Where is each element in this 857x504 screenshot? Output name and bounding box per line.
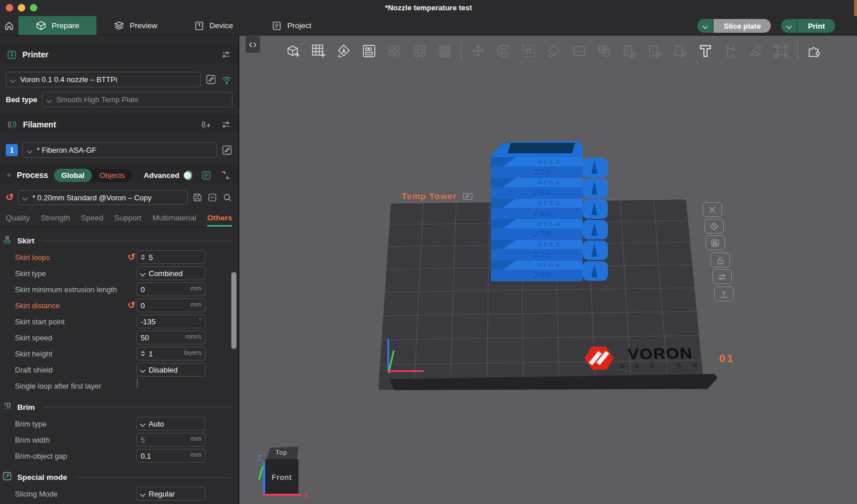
gizmo-front-face[interactable]: Front bbox=[265, 459, 298, 495]
process-tab-multimaterial[interactable]: Multimaterial bbox=[152, 214, 196, 225]
process-tab-strength[interactable]: Strength bbox=[41, 214, 70, 225]
select-skirt-type[interactable]: Combined bbox=[137, 266, 205, 280]
spinner-arrows[interactable] bbox=[141, 254, 145, 260]
move-icon[interactable] bbox=[469, 42, 487, 60]
rotate-icon[interactable] bbox=[494, 42, 512, 60]
edit-printer-icon[interactable] bbox=[205, 74, 216, 85]
orientation-gizmo[interactable]: Top Front Z X bbox=[259, 443, 311, 503]
tab-project[interactable]: Project bbox=[253, 16, 331, 35]
cut-icon[interactable] bbox=[570, 42, 588, 60]
setting-label: Slicing Mode bbox=[15, 490, 126, 498]
assembly-icon[interactable] bbox=[747, 42, 765, 60]
process-preset-select[interactable]: * 0.20mm Standard @Voron – Copy bbox=[18, 190, 188, 205]
printer-settings-icon[interactable] bbox=[221, 49, 231, 60]
add-plate-icon[interactable] bbox=[309, 42, 327, 60]
save-preset-icon[interactable] bbox=[192, 192, 203, 203]
chevron-down-icon bbox=[141, 367, 145, 372]
tab-device[interactable]: Device bbox=[174, 16, 253, 35]
scope-objects-button[interactable]: Objects bbox=[92, 171, 132, 180]
printer-preset-select[interactable]: Voron 0.1 0.4 nozzle – BTTPi bbox=[6, 72, 201, 87]
setting-value: 1 bbox=[149, 350, 153, 358]
scrollbar-thumb[interactable] bbox=[231, 272, 236, 349]
split-to-parts-icon[interactable] bbox=[410, 42, 428, 60]
auto-orient-icon[interactable] bbox=[335, 42, 352, 60]
setting-row-skirt-loops: Skirt loops↺5 bbox=[0, 249, 238, 265]
reset-process-preset-icon[interactable]: ↺ bbox=[6, 193, 13, 202]
add-object-icon[interactable] bbox=[284, 42, 302, 60]
setting-row-brim-object-gap: Brim-object gap0.1mm bbox=[0, 448, 238, 464]
reset-value-icon[interactable]: ↺ bbox=[127, 252, 135, 262]
home-button[interactable] bbox=[0, 16, 18, 35]
advanced-toggle[interactable] bbox=[185, 170, 192, 180]
add-filament-icon[interactable] bbox=[200, 119, 212, 130]
tower-brand-text: orca bbox=[537, 241, 561, 249]
arrange-icon[interactable] bbox=[360, 42, 378, 60]
bed-type-select[interactable]: Smooth High Temp Plate bbox=[42, 92, 232, 107]
printer-connection-wifi-icon[interactable] bbox=[221, 74, 232, 86]
parameter-list-icon[interactable] bbox=[201, 170, 211, 180]
input-skirt-loops[interactable]: 5 bbox=[137, 250, 205, 264]
gizmo-top-face[interactable]: Top bbox=[265, 447, 298, 459]
setting-label: Skirt start point bbox=[15, 317, 126, 326]
scope-global-button[interactable]: Global bbox=[54, 169, 92, 182]
filament-settings-icon[interactable] bbox=[221, 119, 231, 130]
lay-flat-icon[interactable] bbox=[545, 42, 563, 60]
settings-scrollbar bbox=[231, 237, 236, 504]
process-tab-quality[interactable]: Quality bbox=[6, 214, 30, 225]
plate-settings-icon[interactable] bbox=[712, 269, 732, 284]
setting-unit: layers bbox=[184, 349, 201, 356]
settings-list: SkirtSkirt loops↺5Skirt typeCombinedSkir… bbox=[0, 232, 238, 502]
reset-value-icon[interactable]: ↺ bbox=[127, 300, 135, 310]
text-tool-icon[interactable] bbox=[696, 42, 714, 60]
select-slicing-mode[interactable]: Regular bbox=[137, 487, 205, 501]
tab-prepare[interactable]: Prepare bbox=[18, 16, 96, 35]
fuzzy-skin-painting-icon[interactable] bbox=[671, 42, 689, 60]
setting-row-skirt-start-point: Skirt start point-135° bbox=[0, 313, 238, 329]
slice-options-button[interactable] bbox=[697, 19, 713, 33]
assemble-view-icon[interactable] bbox=[772, 42, 790, 60]
move-plate-front-icon[interactable] bbox=[714, 286, 734, 301]
measure-icon[interactable] bbox=[722, 42, 739, 60]
scale-icon[interactable] bbox=[519, 42, 537, 60]
tower-side-tab bbox=[583, 241, 608, 260]
variable-layer-height-icon[interactable] bbox=[436, 42, 453, 60]
temp-tower-model[interactable]: orca255orca260orca265orca270orca275orca2… bbox=[491, 141, 583, 281]
compare-presets-icon[interactable] bbox=[220, 170, 231, 180]
input-skirt-start-point[interactable]: -135 bbox=[137, 315, 205, 328]
print-options-button[interactable] bbox=[781, 19, 797, 33]
arrange-plate-icon[interactable] bbox=[705, 235, 725, 250]
chevron-down-icon bbox=[787, 24, 792, 28]
collapse-sidebar-button[interactable] bbox=[246, 36, 260, 53]
print-button[interactable]: Print bbox=[797, 19, 835, 33]
advanced-label: Advanced bbox=[144, 171, 179, 180]
process-tab-speed[interactable]: Speed bbox=[81, 214, 103, 225]
chevron-down-icon bbox=[11, 77, 15, 82]
delete-plate-icon[interactable] bbox=[703, 202, 722, 217]
select-draft-shield[interactable]: Disabled bbox=[137, 363, 205, 377]
plate-logo: VORON D E S I G N bbox=[584, 340, 705, 376]
viewport-3d[interactable]: VORON D E S I G N 01 Temp Tower orca255o… bbox=[239, 36, 857, 504]
spinner-arrows[interactable] bbox=[141, 351, 145, 356]
lock-plate-icon[interactable] bbox=[711, 253, 730, 267]
filament-preset-select[interactable]: * Fiberon ASA-GF bbox=[22, 142, 217, 158]
search-settings-icon[interactable] bbox=[222, 192, 232, 203]
orient-plate-icon[interactable] bbox=[704, 219, 724, 234]
delete-preset-icon[interactable] bbox=[207, 192, 218, 203]
slice-plate-button[interactable]: Slice plate bbox=[713, 19, 771, 33]
process-tab-others[interactable]: Others bbox=[207, 214, 232, 227]
plugin-icon[interactable] bbox=[805, 42, 823, 60]
split-to-objects-icon[interactable] bbox=[385, 42, 403, 60]
edit-object-name-icon[interactable] bbox=[463, 192, 473, 201]
window-title: *Nozzle temperature test bbox=[0, 3, 857, 12]
checkbox-single-loop-after-first-layer[interactable] bbox=[137, 378, 138, 388]
setting-label: Brim-object gap bbox=[15, 452, 126, 460]
filament-slot-number[interactable]: 1 bbox=[6, 144, 18, 156]
support-painting-icon[interactable] bbox=[621, 42, 638, 60]
edit-filament-icon[interactable] bbox=[222, 145, 232, 156]
mesh-boolean-icon[interactable] bbox=[595, 42, 613, 60]
seam-painting-icon[interactable] bbox=[646, 42, 664, 60]
printer-icon bbox=[7, 50, 17, 60]
select-brim-type[interactable]: Auto bbox=[137, 417, 205, 431]
tab-preview[interactable]: Preview bbox=[96, 16, 174, 35]
process-tab-support[interactable]: Support bbox=[114, 214, 141, 225]
